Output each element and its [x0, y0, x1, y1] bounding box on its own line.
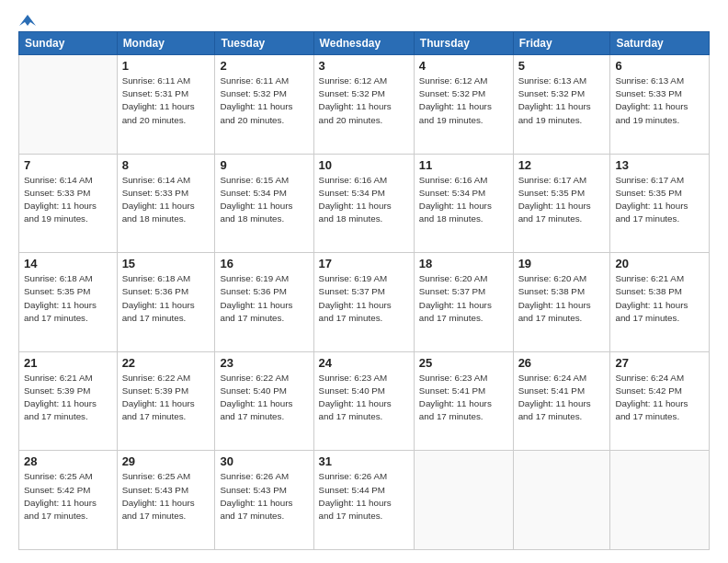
day-number: 17 [319, 257, 409, 270]
day-number: 11 [419, 158, 508, 172]
day-info: Sunrise: 6:25 AM Sunset: 5:42 PM Dayligh… [24, 470, 112, 523]
day-info: Sunrise: 6:21 AM Sunset: 5:38 PM Dayligh… [615, 272, 704, 325]
day-number: 12 [518, 158, 606, 172]
day-number: 18 [419, 257, 508, 270]
calendar-day-cell [610, 451, 710, 550]
calendar-day-cell: 9Sunrise: 6:15 AM Sunset: 5:34 PM Daylig… [215, 154, 313, 253]
day-info: Sunrise: 6:15 AM Sunset: 5:34 PM Dayligh… [220, 174, 308, 226]
day-info: Sunrise: 6:26 AM Sunset: 5:44 PM Dayligh… [319, 470, 409, 523]
day-info: Sunrise: 6:24 AM Sunset: 5:42 PM Dayligh… [615, 372, 704, 424]
logo [18, 17, 36, 26]
day-info: Sunrise: 6:22 AM Sunset: 5:39 PM Dayligh… [122, 372, 210, 424]
calendar-day-cell: 6Sunrise: 6:13 AM Sunset: 5:33 PM Daylig… [610, 55, 710, 155]
calendar-day-cell: 8Sunrise: 6:14 AM Sunset: 5:33 PM Daylig… [117, 154, 215, 253]
calendar-day-cell: 26Sunrise: 6:24 AM Sunset: 5:41 PM Dayli… [513, 351, 610, 451]
calendar-day-cell: 1Sunrise: 6:11 AM Sunset: 5:31 PM Daylig… [117, 55, 215, 155]
calendar-day-cell: 2Sunrise: 6:11 AM Sunset: 5:32 PM Daylig… [215, 55, 313, 155]
calendar-day-cell: 27Sunrise: 6:24 AM Sunset: 5:42 PM Dayli… [610, 351, 710, 451]
weekday-header: Monday [117, 32, 215, 55]
day-number: 19 [518, 257, 606, 270]
calendar-day-cell: 16Sunrise: 6:19 AM Sunset: 5:36 PM Dayli… [215, 253, 313, 352]
calendar-day-cell: 15Sunrise: 6:18 AM Sunset: 5:36 PM Dayli… [117, 253, 215, 352]
day-number: 15 [122, 257, 210, 270]
day-info: Sunrise: 6:23 AM Sunset: 5:41 PM Dayligh… [419, 372, 508, 424]
day-info: Sunrise: 6:21 AM Sunset: 5:39 PM Dayligh… [24, 372, 112, 424]
page: SundayMondayTuesdayWednesdayThursdayFrid… [0, 0, 728, 563]
calendar-day-cell: 30Sunrise: 6:26 AM Sunset: 5:43 PM Dayli… [215, 451, 313, 550]
calendar-day-cell: 7Sunrise: 6:14 AM Sunset: 5:33 PM Daylig… [19, 154, 118, 253]
day-info: Sunrise: 6:20 AM Sunset: 5:38 PM Dayligh… [518, 272, 606, 325]
day-number: 4 [419, 59, 508, 73]
day-info: Sunrise: 6:13 AM Sunset: 5:33 PM Dayligh… [615, 75, 704, 127]
day-number: 28 [24, 454, 112, 468]
day-info: Sunrise: 6:18 AM Sunset: 5:36 PM Dayligh… [122, 272, 210, 325]
day-number: 25 [419, 356, 508, 370]
day-info: Sunrise: 6:11 AM Sunset: 5:31 PM Dayligh… [122, 75, 210, 127]
logo-bird-icon [19, 13, 36, 29]
calendar-day-cell: 3Sunrise: 6:12 AM Sunset: 5:32 PM Daylig… [313, 55, 414, 155]
calendar-table: SundayMondayTuesdayWednesdayThursdayFrid… [18, 31, 710, 550]
day-info: Sunrise: 6:14 AM Sunset: 5:33 PM Dayligh… [122, 174, 210, 226]
day-info: Sunrise: 6:23 AM Sunset: 5:40 PM Dayligh… [319, 372, 409, 424]
weekday-header: Saturday [610, 32, 710, 55]
day-number: 26 [518, 356, 606, 370]
day-number: 20 [615, 257, 704, 270]
day-info: Sunrise: 6:12 AM Sunset: 5:32 PM Dayligh… [319, 75, 409, 127]
day-number: 2 [220, 59, 308, 73]
day-number: 10 [319, 158, 409, 172]
calendar-day-cell: 14Sunrise: 6:18 AM Sunset: 5:35 PM Dayli… [19, 253, 118, 352]
day-number: 30 [220, 454, 308, 468]
calendar-day-cell: 18Sunrise: 6:20 AM Sunset: 5:37 PM Dayli… [414, 253, 513, 352]
day-info: Sunrise: 6:26 AM Sunset: 5:43 PM Dayligh… [220, 470, 308, 523]
day-info: Sunrise: 6:12 AM Sunset: 5:32 PM Dayligh… [419, 75, 508, 127]
day-info: Sunrise: 6:17 AM Sunset: 5:35 PM Dayligh… [518, 174, 606, 226]
day-info: Sunrise: 6:16 AM Sunset: 5:34 PM Dayligh… [319, 174, 409, 226]
day-info: Sunrise: 6:19 AM Sunset: 5:36 PM Dayligh… [220, 272, 308, 325]
calendar-day-cell: 25Sunrise: 6:23 AM Sunset: 5:41 PM Dayli… [414, 351, 513, 451]
day-info: Sunrise: 6:22 AM Sunset: 5:40 PM Dayligh… [220, 372, 308, 424]
day-info: Sunrise: 6:13 AM Sunset: 5:32 PM Dayligh… [518, 75, 606, 127]
day-number: 13 [615, 158, 704, 172]
calendar-week-row: 14Sunrise: 6:18 AM Sunset: 5:35 PM Dayli… [19, 253, 710, 352]
calendar-day-cell: 24Sunrise: 6:23 AM Sunset: 5:40 PM Dayli… [313, 351, 414, 451]
header [18, 17, 710, 26]
day-info: Sunrise: 6:24 AM Sunset: 5:41 PM Dayligh… [518, 372, 606, 424]
day-info: Sunrise: 6:20 AM Sunset: 5:37 PM Dayligh… [419, 272, 508, 325]
day-number: 24 [319, 356, 409, 370]
day-info: Sunrise: 6:16 AM Sunset: 5:34 PM Dayligh… [419, 174, 508, 226]
svg-marker-0 [19, 15, 36, 26]
day-number: 27 [615, 356, 704, 370]
day-info: Sunrise: 6:11 AM Sunset: 5:32 PM Dayligh… [220, 75, 308, 127]
day-number: 8 [122, 158, 210, 172]
calendar-week-row: 28Sunrise: 6:25 AM Sunset: 5:42 PM Dayli… [19, 451, 710, 550]
calendar-day-cell: 28Sunrise: 6:25 AM Sunset: 5:42 PM Dayli… [19, 451, 118, 550]
calendar-day-cell: 20Sunrise: 6:21 AM Sunset: 5:38 PM Dayli… [610, 253, 710, 352]
day-number: 29 [122, 454, 210, 468]
day-number: 7 [24, 158, 112, 172]
day-number: 3 [319, 59, 409, 73]
calendar-day-cell: 11Sunrise: 6:16 AM Sunset: 5:34 PM Dayli… [414, 154, 513, 253]
day-info: Sunrise: 6:19 AM Sunset: 5:37 PM Dayligh… [319, 272, 409, 325]
calendar-week-row: 7Sunrise: 6:14 AM Sunset: 5:33 PM Daylig… [19, 154, 710, 253]
day-info: Sunrise: 6:17 AM Sunset: 5:35 PM Dayligh… [615, 174, 704, 226]
calendar-day-cell: 12Sunrise: 6:17 AM Sunset: 5:35 PM Dayli… [513, 154, 610, 253]
weekday-header: Sunday [19, 32, 118, 55]
calendar-day-cell: 10Sunrise: 6:16 AM Sunset: 5:34 PM Dayli… [313, 154, 414, 253]
calendar-day-cell: 31Sunrise: 6:26 AM Sunset: 5:44 PM Dayli… [313, 451, 414, 550]
day-number: 1 [122, 59, 210, 73]
weekday-header: Thursday [414, 32, 513, 55]
calendar-day-cell: 4Sunrise: 6:12 AM Sunset: 5:32 PM Daylig… [414, 55, 513, 155]
weekday-header: Friday [513, 32, 610, 55]
calendar-day-cell: 21Sunrise: 6:21 AM Sunset: 5:39 PM Dayli… [19, 351, 118, 451]
calendar-day-cell: 5Sunrise: 6:13 AM Sunset: 5:32 PM Daylig… [513, 55, 610, 155]
calendar-day-cell: 19Sunrise: 6:20 AM Sunset: 5:38 PM Dayli… [513, 253, 610, 352]
day-number: 6 [615, 59, 704, 73]
day-number: 5 [518, 59, 606, 73]
day-number: 21 [24, 356, 112, 370]
calendar-day-cell: 13Sunrise: 6:17 AM Sunset: 5:35 PM Dayli… [610, 154, 710, 253]
day-number: 31 [319, 454, 409, 468]
day-number: 9 [220, 158, 308, 172]
calendar-day-cell: 29Sunrise: 6:25 AM Sunset: 5:43 PM Dayli… [117, 451, 215, 550]
calendar-day-cell [414, 451, 513, 550]
calendar-day-cell: 22Sunrise: 6:22 AM Sunset: 5:39 PM Dayli… [117, 351, 215, 451]
